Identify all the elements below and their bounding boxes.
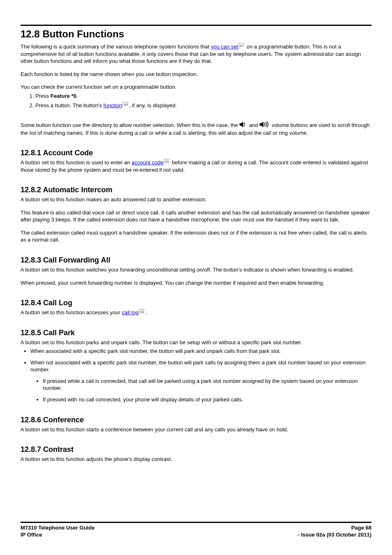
section-body: A button set to this function parks and … <box>21 339 371 346</box>
footer-product: IP Office <box>21 532 42 539</box>
volume-down-icon <box>240 122 248 129</box>
intro-paragraph-2: Each function is listed by the name show… <box>21 71 371 78</box>
page-ref-icon: 20 <box>164 159 170 164</box>
page-ref-icon: 42 <box>139 309 145 314</box>
section-title-call-park: 12.8.5 Call Park <box>21 329 371 337</box>
section-body: A button set to this function switches y… <box>21 266 371 274</box>
list-item: If pressed while a call is connected, th… <box>43 378 371 392</box>
footer-issue: - Issue 02a (03 October 2011) <box>298 532 371 539</box>
volume-paragraph: Some button function use the directory t… <box>21 122 371 136</box>
section-body: A button set to this function is used to… <box>21 159 371 173</box>
footer-page-number: Page 68 <box>351 525 371 532</box>
text: Press a button. The button's <box>35 102 104 108</box>
section-body: A button set to this function accesses y… <box>21 309 371 316</box>
call-log-link[interactable]: call log <box>122 309 138 315</box>
step-1: Press Feature *0. <box>35 92 371 100</box>
list-item: If pressed with no call connected, your … <box>43 396 371 403</box>
page-ref-icon: 68 <box>122 102 129 107</box>
section-title-conference: 12.8.6 Conference <box>21 416 371 424</box>
section-body: When pressed, your current forwarding nu… <box>21 279 371 287</box>
text: Some button function use the directory t… <box>21 122 240 128</box>
list-item: When associated with a specific park slo… <box>30 348 371 355</box>
section-title-automatic-intercom: 12.8.2 Automatic Intercom <box>21 186 371 194</box>
text: . <box>145 309 147 315</box>
text: The following is a quick summary of the … <box>21 44 211 50</box>
document-page: 12.8 Button Functions The following is a… <box>0 0 392 555</box>
section-title-account-code: 12.8.1 Account Code <box>21 149 371 157</box>
text: When not associated with a specific park… <box>30 359 366 373</box>
call-park-bullets: When associated with a specific park slo… <box>30 348 371 403</box>
section-body: A button set to this function starts a c… <box>21 426 371 433</box>
footer-guide-name: M7310 Telephone User Guide <box>21 525 95 532</box>
section-body: A button set to this function makes an a… <box>21 196 371 203</box>
page-footer: M7310 Telephone User Guide Page 68 IP Of… <box>21 522 371 539</box>
intro-paragraph-1: The following is a quick summary of the … <box>21 43 371 65</box>
text: . <box>76 93 78 99</box>
text: A button set to this function is used to… <box>21 159 131 166</box>
volume-up-icon <box>260 122 270 129</box>
function-link[interactable]: function <box>104 102 122 108</box>
list-item: When not associated with a specific park… <box>30 359 371 403</box>
text: and <box>249 122 259 128</box>
page-title: 12.8 Button Functions <box>21 28 371 40</box>
steps-list: Press Feature *0. Press a button. The bu… <box>35 92 371 109</box>
footer-rule <box>21 522 371 523</box>
section-body: The called extension called must support… <box>21 229 371 244</box>
intro-paragraph-3: You can check the current function set o… <box>21 83 371 91</box>
page-ref-icon: 67 <box>239 43 245 48</box>
text: A button set to this function accesses y… <box>21 309 122 315</box>
sub-bullets: If pressed while a call is connected, th… <box>43 378 371 403</box>
section-body: A button set to this function adjusts th… <box>21 456 371 463</box>
section-title-call-forwarding-all: 12.8.3 Call Forwarding All <box>21 256 371 265</box>
text: , if any, is displayed. <box>129 102 177 108</box>
top-rule <box>21 25 371 26</box>
account-code-link[interactable]: account code <box>131 159 163 166</box>
feature-code: Feature *0 <box>51 93 76 99</box>
text: Press <box>35 93 51 99</box>
step-2: Press a button. The button's function68,… <box>35 102 371 109</box>
section-title-contrast: 12.8.7 Contrast <box>21 445 371 454</box>
section-body: This feature is also called dial voice c… <box>21 209 371 223</box>
section-title-call-log: 12.8.4 Call Log <box>21 299 371 307</box>
you-can-set-link[interactable]: you can set <box>211 44 238 50</box>
